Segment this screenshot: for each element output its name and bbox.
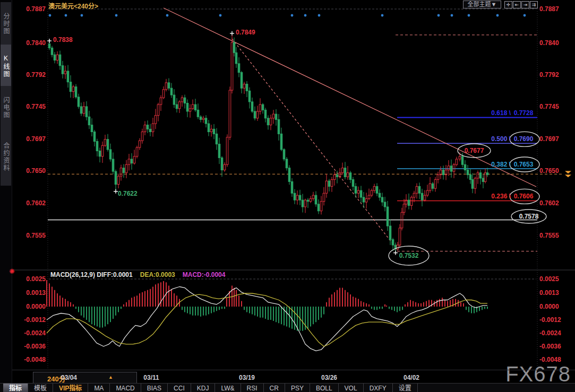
dea-value-label: DEA:0.0003: [140, 271, 175, 278]
candle-body: [62, 66, 64, 74]
candle-body: [147, 125, 149, 129]
bottom-tab-MA[interactable]: MA: [88, 384, 110, 392]
macd-settings-icon[interactable]: ✺: [9, 267, 15, 275]
candle-body: [302, 200, 304, 207]
price-annotation: 0.7838: [53, 36, 73, 43]
candle-body: [336, 175, 338, 177]
candle-body: [178, 102, 181, 109]
signal-dot: [166, 14, 169, 17]
macd-axis-label-left: -0.0024: [12, 329, 46, 337]
axis-left-icon[interactable]: ⇤: [513, 1, 521, 8]
sidebar-tab-闪电图[interactable]: 闪电图: [1, 86, 11, 129]
candle-body: [125, 164, 127, 172]
candle-body: [392, 240, 394, 245]
bottom-tab-BIAS[interactable]: BIAS: [141, 384, 168, 392]
macd-axis-label-left: -0.0036: [12, 343, 46, 350]
macd-axis-label-left: 0.0013: [12, 289, 46, 297]
candle-body: [416, 186, 418, 193]
candle-body: [248, 91, 251, 102]
candle-body: [304, 200, 306, 207]
bottom-tab-VIP指标[interactable]: VIP指标: [53, 384, 88, 392]
candle-body: [78, 97, 80, 107]
macd-axis-label-right: -0.0024: [539, 329, 561, 337]
candle-body: [317, 204, 320, 211]
bottom-tab-RSI[interactable]: RSI: [241, 384, 264, 392]
chart-canvas[interactable]: [0, 0, 575, 392]
candle-body: [149, 129, 151, 132]
bottom-tab-CCI[interactable]: CCI: [168, 384, 191, 392]
candle-body: [221, 158, 223, 170]
candle-body: [461, 156, 464, 164]
macd-axis-label-left: -0.0012: [12, 316, 46, 324]
candle-body: [101, 145, 104, 156]
candle-body: [341, 168, 344, 173]
price-annotation: 0.7578: [519, 213, 539, 220]
candle-body: [186, 103, 188, 111]
candle-body: [357, 190, 359, 193]
bottom-tab-CR[interactable]: CR: [264, 384, 285, 392]
bottom-tab-KDJ[interactable]: KDJ: [191, 384, 216, 392]
price-axis-label-left: 0.7840: [12, 39, 46, 47]
candle-body: [299, 195, 301, 200]
bottom-tab-DXFY[interactable]: DXFY: [364, 384, 393, 392]
candle-body: [241, 73, 243, 89]
sidebar-tab-K线图[interactable]: K线图: [1, 45, 11, 88]
bottom-tab-模板[interactable]: 模板: [28, 384, 53, 392]
fib-ratio-label: 0.382 \: [491, 161, 511, 168]
candle-body: [448, 166, 450, 170]
candle-body: [434, 180, 436, 189]
move-icon[interactable]: ✛: [504, 1, 512, 8]
signal-dot: [496, 14, 499, 17]
bottom-tab-VOL[interactable]: VOL: [339, 384, 364, 392]
sidebar-tab-分时图[interactable]: 分时图: [1, 2, 11, 46]
candle-body: [152, 124, 154, 132]
candle-body: [194, 104, 196, 110]
axis-right-icon[interactable]: ⇥: [521, 1, 529, 8]
candle-body: [442, 170, 444, 175]
signal-dot: [81, 14, 83, 17]
sidebar-tab-合约资料[interactable]: 合约资料: [1, 128, 11, 186]
candle-body: [205, 118, 207, 124]
candle-body: [467, 170, 469, 175]
bottom-tab-设置[interactable]: 设置: [393, 384, 418, 392]
bottom-tab-BOLL[interactable]: BOLL: [310, 384, 339, 392]
candle-body: [131, 159, 133, 163]
candle-body: [216, 134, 218, 144]
candle-body: [486, 173, 488, 175]
theme-dropdown[interactable]: 全部主题▼: [463, 1, 501, 8]
candle-body: [123, 168, 125, 173]
candle-body: [410, 197, 413, 205]
bottom-tab-PSY[interactable]: PSY: [285, 384, 310, 392]
bottom-tab-指标[interactable]: 指标: [3, 384, 28, 392]
bottom-tab-MACD[interactable]: MACD: [110, 384, 141, 392]
fib-ratio-label: 0.500 \: [491, 135, 511, 143]
macd-indicator-header: MACD(26,12,9) DIFF:0.0001DEA:0.0003MACD:…: [50, 271, 233, 278]
candle-body: [264, 110, 267, 118]
pane-shift-icon[interactable]: ⇉: [530, 1, 538, 8]
price-axis-label-right: 0.7792: [539, 71, 559, 79]
candle-body: [373, 186, 375, 190]
candle-body: [189, 109, 191, 111]
candle-body: [437, 175, 439, 180]
timeframe-selector[interactable]: 240分 ▲: [33, 372, 137, 384]
candle-body: [165, 83, 167, 90]
candle-body: [312, 195, 314, 198]
candle-body: [389, 226, 391, 240]
fib-level-label: 0.618 \0.7728: [491, 109, 536, 117]
bottom-tab-LW&[interactable]: LW&: [215, 384, 241, 392]
downtrend-dashed-line: [232, 39, 397, 249]
date-axis-label: 03/19: [239, 374, 255, 381]
price-annotation: 0.7532: [399, 252, 419, 259]
candle-body: [208, 124, 210, 132]
candle-body: [176, 104, 178, 109]
candle-body: [479, 173, 482, 178]
date-axis-label: 03/11: [143, 374, 159, 381]
candle-body: [59, 55, 61, 66]
candle-body: [418, 186, 420, 193]
candle-body: [235, 53, 237, 64]
price-axis-label-right: 0.7650: [539, 167, 559, 175]
price-axis-label-left: 0.7555: [12, 232, 46, 239]
signal-dot: [437, 14, 440, 17]
candle-body: [162, 90, 165, 98]
candle-body: [259, 104, 261, 111]
